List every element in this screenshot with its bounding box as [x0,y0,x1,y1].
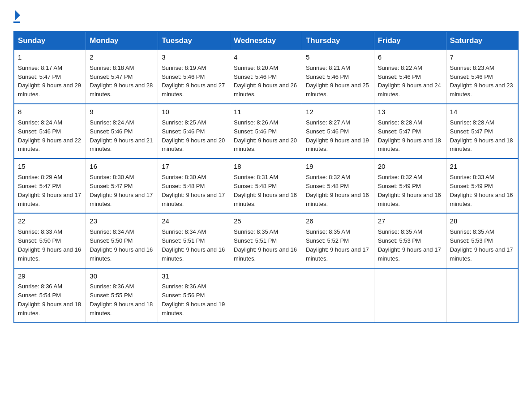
day-info: Sunrise: 8:31 AMSunset: 5:48 PMDaylight:… [234,174,297,207]
calendar-week-row: 1Sunrise: 8:17 AMSunset: 5:47 PMDaylight… [14,50,518,104]
calendar-cell: 6Sunrise: 8:22 AMSunset: 5:46 PMDaylight… [374,50,446,104]
day-number: 16 [90,162,154,171]
calendar-cell: 16Sunrise: 8:30 AMSunset: 5:47 PMDayligh… [86,158,158,213]
day-info: Sunrise: 8:18 AMSunset: 5:47 PMDaylight:… [90,64,153,98]
day-number: 14 [450,107,514,117]
calendar-cell [446,268,518,323]
weekday-header-monday: Monday [86,31,158,50]
calendar-week-row: 8Sunrise: 8:24 AMSunset: 5:46 PMDaylight… [14,104,518,158]
calendar-cell: 26Sunrise: 8:35 AMSunset: 5:52 PMDayligh… [302,213,374,268]
calendar-cell: 19Sunrise: 8:32 AMSunset: 5:48 PMDayligh… [302,158,374,213]
day-info: Sunrise: 8:35 AMSunset: 5:51 PMDaylight:… [234,228,297,262]
day-number: 12 [306,107,370,117]
day-info: Sunrise: 8:33 AMSunset: 5:50 PMDaylight:… [18,228,81,262]
calendar-cell: 28Sunrise: 8:35 AMSunset: 5:53 PMDayligh… [446,213,518,268]
day-info: Sunrise: 8:36 AMSunset: 5:55 PMDaylight:… [90,283,153,317]
day-number: 29 [18,271,82,281]
day-number: 30 [90,271,154,281]
day-number: 25 [234,216,298,226]
day-info: Sunrise: 8:33 AMSunset: 5:49 PMDaylight:… [450,174,513,207]
logo-underline [13,21,20,23]
calendar-cell: 1Sunrise: 8:17 AMSunset: 5:47 PMDaylight… [14,50,86,104]
calendar-cell [230,268,302,323]
calendar-cell: 11Sunrise: 8:26 AMSunset: 5:46 PMDayligh… [230,104,302,158]
day-number: 19 [306,162,370,171]
day-info: Sunrise: 8:17 AMSunset: 5:47 PMDaylight:… [18,64,81,98]
day-number: 27 [378,216,442,226]
day-number: 26 [306,216,370,226]
day-number: 24 [162,216,226,226]
calendar-cell: 20Sunrise: 8:32 AMSunset: 5:49 PMDayligh… [374,158,446,213]
day-info: Sunrise: 8:20 AMSunset: 5:46 PMDaylight:… [234,64,297,98]
day-info: Sunrise: 8:27 AMSunset: 5:46 PMDaylight:… [306,119,369,153]
day-info: Sunrise: 8:32 AMSunset: 5:49 PMDaylight:… [378,174,441,207]
day-info: Sunrise: 8:30 AMSunset: 5:47 PMDaylight:… [90,174,153,207]
day-number: 3 [162,52,226,62]
calendar-week-row: 22Sunrise: 8:33 AMSunset: 5:50 PMDayligh… [14,213,518,268]
day-info: Sunrise: 8:28 AMSunset: 5:47 PMDaylight:… [378,119,441,153]
calendar-cell: 31Sunrise: 8:36 AMSunset: 5:56 PMDayligh… [158,268,230,323]
calendar-cell: 15Sunrise: 8:29 AMSunset: 5:47 PMDayligh… [14,158,86,213]
weekday-header-tuesday: Tuesday [158,31,230,50]
calendar-cell [302,268,374,323]
weekday-header-thursday: Thursday [302,31,374,50]
calendar-table: SundayMondayTuesdayWednesdayThursdayFrid… [13,31,519,323]
day-number: 22 [18,216,82,226]
calendar-week-row: 29Sunrise: 8:36 AMSunset: 5:54 PMDayligh… [14,268,518,323]
day-info: Sunrise: 8:35 AMSunset: 5:53 PMDaylight:… [378,228,441,262]
day-info: Sunrise: 8:35 AMSunset: 5:53 PMDaylight:… [450,228,513,262]
day-number: 20 [378,162,442,171]
day-info: Sunrise: 8:22 AMSunset: 5:46 PMDaylight:… [378,64,441,98]
day-info: Sunrise: 8:23 AMSunset: 5:46 PMDaylight:… [450,64,513,98]
day-info: Sunrise: 8:19 AMSunset: 5:46 PMDaylight:… [162,64,225,98]
calendar-cell: 8Sunrise: 8:24 AMSunset: 5:46 PMDaylight… [14,104,86,158]
calendar-cell [374,268,446,323]
day-number: 4 [234,52,298,62]
calendar-cell: 24Sunrise: 8:34 AMSunset: 5:51 PMDayligh… [158,213,230,268]
day-number: 8 [18,107,82,117]
calendar-cell: 13Sunrise: 8:28 AMSunset: 5:47 PMDayligh… [374,104,446,158]
day-info: Sunrise: 8:29 AMSunset: 5:47 PMDaylight:… [18,174,81,207]
calendar-cell: 25Sunrise: 8:35 AMSunset: 5:51 PMDayligh… [230,213,302,268]
day-number: 18 [234,162,298,171]
day-info: Sunrise: 8:26 AMSunset: 5:46 PMDaylight:… [234,119,297,153]
logo [13,9,20,23]
day-info: Sunrise: 8:21 AMSunset: 5:46 PMDaylight:… [306,64,369,98]
weekday-header-wednesday: Wednesday [230,31,302,50]
calendar-cell: 2Sunrise: 8:18 AMSunset: 5:47 PMDaylight… [86,50,158,104]
day-info: Sunrise: 8:32 AMSunset: 5:48 PMDaylight:… [306,174,369,207]
weekday-header-friday: Friday [374,31,446,50]
day-number: 9 [90,107,154,117]
calendar-cell: 23Sunrise: 8:34 AMSunset: 5:50 PMDayligh… [86,213,158,268]
day-number: 1 [18,52,82,62]
day-info: Sunrise: 8:36 AMSunset: 5:56 PMDaylight:… [162,283,225,317]
day-info: Sunrise: 8:24 AMSunset: 5:46 PMDaylight:… [18,119,81,153]
day-number: 13 [378,107,442,117]
calendar-cell: 10Sunrise: 8:25 AMSunset: 5:46 PMDayligh… [158,104,230,158]
calendar-week-row: 15Sunrise: 8:29 AMSunset: 5:47 PMDayligh… [14,158,518,213]
day-number: 5 [306,52,370,62]
calendar-cell: 30Sunrise: 8:36 AMSunset: 5:55 PMDayligh… [86,268,158,323]
calendar-cell: 29Sunrise: 8:36 AMSunset: 5:54 PMDayligh… [14,268,86,323]
day-number: 15 [18,162,82,171]
page-header [13,9,519,23]
day-info: Sunrise: 8:25 AMSunset: 5:46 PMDaylight:… [162,119,225,153]
day-number: 21 [450,162,514,171]
day-number: 7 [450,52,514,62]
calendar-cell: 27Sunrise: 8:35 AMSunset: 5:53 PMDayligh… [374,213,446,268]
calendar-cell: 14Sunrise: 8:28 AMSunset: 5:47 PMDayligh… [446,104,518,158]
day-number: 17 [162,162,226,171]
day-number: 28 [450,216,514,226]
day-info: Sunrise: 8:30 AMSunset: 5:48 PMDaylight:… [162,174,225,207]
calendar-cell: 7Sunrise: 8:23 AMSunset: 5:46 PMDaylight… [446,50,518,104]
weekday-header-row: SundayMondayTuesdayWednesdayThursdayFrid… [14,31,518,50]
day-number: 31 [162,271,226,281]
day-number: 6 [378,52,442,62]
calendar-cell: 12Sunrise: 8:27 AMSunset: 5:46 PMDayligh… [302,104,374,158]
logo-triangle-icon [15,10,20,21]
calendar-cell: 4Sunrise: 8:20 AMSunset: 5:46 PMDaylight… [230,50,302,104]
calendar-cell: 5Sunrise: 8:21 AMSunset: 5:46 PMDaylight… [302,50,374,104]
day-info: Sunrise: 8:28 AMSunset: 5:47 PMDaylight:… [450,119,513,153]
calendar-cell: 22Sunrise: 8:33 AMSunset: 5:50 PMDayligh… [14,213,86,268]
day-number: 11 [234,107,298,117]
